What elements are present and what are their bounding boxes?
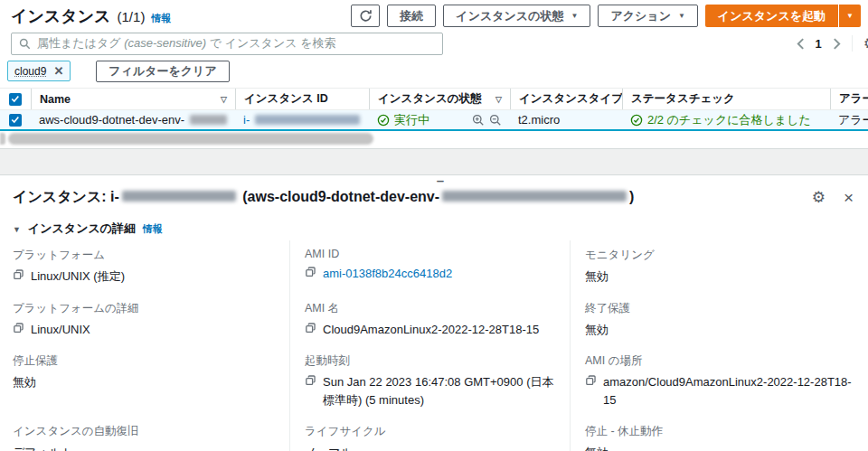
split-panel-collapse-handle[interactable]: – xyxy=(0,175,868,187)
field-value: amazon/Cloud9AmazonLinux2-2022-12-28T18-… xyxy=(603,373,855,409)
field-label: 停止 - 休止動作 xyxy=(585,424,855,439)
search-placeholder: 属性またはタグ (case-sensitive) で インスタンス を検索 xyxy=(37,35,335,52)
launch-instance-caret-button[interactable]: ▼ xyxy=(838,5,861,27)
detail-field: インスタンスの自動復旧デフォルト xyxy=(0,417,289,451)
redacted-name xyxy=(442,191,627,202)
copy-icon[interactable] xyxy=(585,375,597,387)
zoom-out-icon[interactable] xyxy=(489,114,502,127)
section-info-link[interactable]: 情報 xyxy=(143,222,163,236)
connect-button[interactable]: 接続 xyxy=(387,5,436,27)
filter-zoom-icons xyxy=(472,114,502,127)
field-label: ライフサイクル xyxy=(305,424,557,439)
field-value-row: 無効 xyxy=(585,444,855,451)
details-settings-gear-icon[interactable]: ⚙ xyxy=(812,190,826,205)
copy-icon[interactable] xyxy=(13,269,24,281)
chevron-down-icon: ▼ xyxy=(13,225,21,234)
field-value-row: ノーマル xyxy=(305,444,557,451)
field-label: 起動時刻 xyxy=(305,353,557,369)
copy-icon[interactable] xyxy=(13,323,24,334)
row-cell-instance-type: t2.micro xyxy=(510,110,622,129)
details-title-row: インスタンス: i- (aws-cloud9-dotnet-dev-env-) … xyxy=(0,187,868,207)
prev-page-icon[interactable] xyxy=(797,38,805,50)
row-checkbox-cell xyxy=(0,110,31,129)
current-page[interactable]: 1 xyxy=(816,37,822,51)
table-row[interactable]: aws-cloud9-dotnet-dev-env- i- 実行中 t2.mic… xyxy=(0,110,868,131)
instances-toolbar: インスタンス (1/1) 情報 接続 インスタンスの状態 ▼ アクション ▼ イ… xyxy=(0,0,868,27)
detail-field: プラットフォームLinux/UNIX (推定) xyxy=(0,240,289,294)
pagination: 1 ⚙ xyxy=(797,35,868,52)
actions-dropdown[interactable]: アクション ▼ xyxy=(598,5,697,27)
next-page-icon[interactable] xyxy=(833,38,841,50)
zoom-in-icon[interactable] xyxy=(472,114,485,127)
select-all-checkbox-cell xyxy=(0,89,31,109)
column-header-status-check[interactable]: ステータスチェック xyxy=(622,89,830,109)
launch-instance-button[interactable]: インスタンスを起動 xyxy=(705,5,838,27)
field-label: AMI ID xyxy=(305,248,557,260)
field-label: 停止保護 xyxy=(13,353,277,369)
copy-icon[interactable] xyxy=(305,375,316,387)
check-icon xyxy=(11,116,20,124)
check-circle-icon xyxy=(377,114,390,127)
refresh-icon xyxy=(359,9,373,23)
horizontal-scrollbar-strip xyxy=(0,131,868,146)
field-value: 無効 xyxy=(585,268,609,286)
section-title: インスタンスの詳細 xyxy=(28,221,136,237)
column-header-name[interactable]: Name ▽ xyxy=(31,89,235,109)
copy-icon[interactable] xyxy=(305,267,316,278)
sort-icon[interactable]: ▽ xyxy=(495,95,502,104)
title-info-link[interactable]: 情報 xyxy=(151,12,171,25)
field-value: デフォルト xyxy=(13,444,73,451)
filter-row: cloud9 ✕ フィルターをクリア xyxy=(7,61,868,81)
detail-field: 停止 - 休止動作無効 xyxy=(570,417,868,451)
row-cell-name: aws-cloud9-dotnet-dev-env- xyxy=(31,110,235,129)
filter-token: cloud9 ✕ xyxy=(7,61,71,81)
instances-table-header: Name ▽ インスタンス ID インスタンスの状態 ▽ インスタンスタイプ ▽… xyxy=(0,88,868,110)
column-header-alarm[interactable]: アラームの xyxy=(830,89,868,109)
column-header-instance-id[interactable]: インスタンス ID xyxy=(235,89,369,109)
instance-id-link[interactable]: i- xyxy=(243,113,250,127)
select-all-checkbox[interactable] xyxy=(9,93,22,106)
instance-details-section-header[interactable]: ▼ インスタンスの詳細 情報 xyxy=(0,207,868,239)
detail-field: 起動時刻Sun Jan 22 2023 16:47:08 GMT+0900 (日… xyxy=(289,346,570,417)
column-header-instance-type[interactable]: インスタンスタイプ ▽ xyxy=(510,89,622,109)
field-value: ノーマル xyxy=(305,444,353,451)
field-value-row: Cloud9AmazonLinux2-2022-12-28T18-15 xyxy=(305,321,557,339)
sort-icon[interactable]: ▽ xyxy=(221,95,227,104)
clear-filters-button[interactable]: フィルターをクリア xyxy=(96,61,229,82)
details-title: インスタンス: i- (aws-cloud9-dotnet-dev-env-) xyxy=(13,188,634,207)
detail-field: AMI の場所amazon/Cloud9AmazonLinux2-2022-12… xyxy=(570,346,868,417)
redacted-instance-id xyxy=(122,191,236,202)
field-value: Linux/UNIX (推定) xyxy=(31,268,125,286)
close-icon[interactable]: × xyxy=(844,189,854,206)
field-value-link[interactable]: ami-0138f8b24cc6418d2 xyxy=(323,265,452,283)
launch-instance-split-button: インスタンスを起動 ▼ xyxy=(705,5,861,27)
detail-field: AMI IDami-0138f8b24cc6418d2 xyxy=(289,240,570,294)
row-cell-status-check: 2/2 のチェックに合格しました xyxy=(622,110,830,129)
field-label: インスタンスの自動復旧 xyxy=(13,424,277,439)
remove-filter-icon[interactable]: ✕ xyxy=(53,65,63,77)
copy-icon[interactable] xyxy=(305,323,316,334)
status-check-passed: 2/2 のチェックに合格しました xyxy=(630,112,811,128)
field-value-row: デフォルト xyxy=(13,444,277,451)
state-running: 実行中 xyxy=(377,112,429,128)
field-value: Cloud9AmazonLinux2-2022-12-28T18-15 xyxy=(323,321,539,339)
detail-field: モニタリング無効 xyxy=(570,240,868,294)
row-checkbox[interactable] xyxy=(9,114,22,127)
horizontal-scrollbar[interactable] xyxy=(8,133,373,145)
panel-separator-band xyxy=(0,148,868,175)
field-value-row: Sun Jan 22 2023 16:47:08 GMT+0900 (日本標準時… xyxy=(305,373,557,409)
row-cell-alarm: アラームな xyxy=(830,110,868,129)
field-label: AMI の場所 xyxy=(585,353,855,369)
redacted-scrollbar-stub xyxy=(0,133,5,145)
table-settings-gear-icon[interactable]: ⚙ xyxy=(863,36,868,52)
row-cell-instance-id: i- xyxy=(235,110,369,129)
field-label: プラットフォームの詳細 xyxy=(13,301,277,316)
field-value: 無効 xyxy=(585,321,609,339)
detail-field: プラットフォームの詳細Linux/UNIX xyxy=(0,294,289,347)
refresh-button[interactable] xyxy=(351,5,380,27)
column-header-instance-state[interactable]: インスタンスの状態 ▽ xyxy=(369,89,510,109)
instance-state-dropdown[interactable]: インスタンスの状態 ▼ xyxy=(443,5,590,27)
field-label: モニタリング xyxy=(585,248,855,263)
field-label: 終了保護 xyxy=(585,301,855,316)
search-input[interactable]: 属性またはタグ (case-sensitive) で インスタンス を検索 xyxy=(11,33,443,55)
